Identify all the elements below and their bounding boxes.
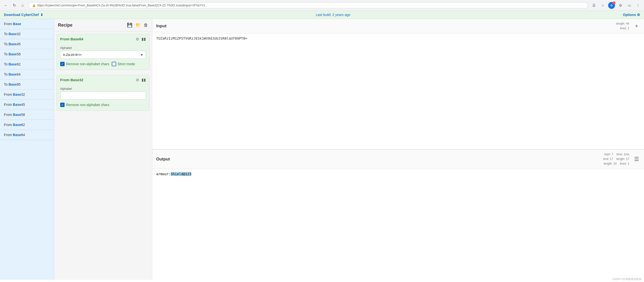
forward-button[interactable]: ↻ xyxy=(11,2,18,9)
input-meta: length: 44 lines: 1 xyxy=(616,21,629,31)
sidebar-item-bold: Base xyxy=(8,52,17,56)
alphabet-select-wrapper: A-Za-z0-9+/= ▼ xyxy=(60,51,146,59)
remove-nonalpha-box-2: ✓ xyxy=(60,103,64,107)
sidebar-item-to-base85[interactable]: To Base85 xyxy=(0,79,54,90)
sidebar-item-from-base45[interactable]: From Base45 xyxy=(0,100,54,110)
sidebar-item-bold: Base xyxy=(8,62,17,66)
input-text[interactable]: TUZaRzIzM1ZPSTVGRzJESk1WV0dJUUJSR0laUT09… xyxy=(152,34,644,149)
from-base64-title: From Base64 xyxy=(60,37,83,41)
length-label-out: length: xyxy=(616,157,625,161)
lines-value: 1 xyxy=(628,27,629,30)
sidebar-item-bold: Base xyxy=(13,92,21,96)
remove-nonalpha-box: ✓ xyxy=(60,62,64,66)
lines-label: lines: xyxy=(620,27,627,30)
remove-nonalpha-label-2: Remove non-alphabet chars xyxy=(66,103,109,107)
output-title: Output xyxy=(156,157,170,162)
address-bar[interactable]: 🔒 https://icyberchef.com/#recipe=From_Ba… xyxy=(28,2,588,9)
nav-buttons: ← ↻ ⌂ xyxy=(2,2,26,9)
recipe-actions: 💾 📁 🗑 xyxy=(127,22,148,28)
remove-nonalpha-checkbox[interactable]: ✓ Remove non-alphabet chars xyxy=(60,62,109,66)
op-controls-2: ⊘ ▮▮ xyxy=(136,78,146,82)
save-recipe-button[interactable]: 💾 xyxy=(127,22,132,28)
sidebar-item-from-base[interactable]: From Base xyxy=(0,19,54,29)
length2-label: length: xyxy=(604,162,612,165)
alphabet-field-group: Alphabet A-Za-z0-9+/= ▼ xyxy=(60,46,146,59)
reader-mode-button[interactable]: ☰ xyxy=(590,2,597,9)
sidebar-item-bold: Base xyxy=(8,82,17,86)
sidebar-item-to-base64[interactable]: To Base64 xyxy=(0,69,54,79)
split-view-button[interactable]: ▭ xyxy=(626,2,633,9)
bookmark-button[interactable]: ☆ xyxy=(599,2,606,9)
length-value: 44 xyxy=(626,22,629,25)
output-action-button[interactable]: ☰ xyxy=(633,156,640,163)
lock-icon: 🔒 xyxy=(32,4,36,7)
profile-button[interactable]: G 1 xyxy=(608,2,615,9)
disable-op-button-2[interactable]: ⊘ xyxy=(136,78,139,82)
browser-chrome: ← ↻ ⌂ 🔒 https://icyberchef.com/#recipe=F… xyxy=(0,0,644,11)
alphabet-input[interactable]: A-Z2-7= xyxy=(60,92,146,100)
alphabet-field-group-2: Alphabet A-Z2-7= xyxy=(60,87,146,100)
checkmark-icon-2: ✓ xyxy=(61,103,64,106)
strict-mode-checkbox[interactable]: Strict mode xyxy=(112,62,135,66)
sidebar-item-bold: Base xyxy=(13,113,21,117)
gear-icon: ⚙ xyxy=(637,13,640,17)
sidebar-item-from-base64[interactable]: From Base64 xyxy=(0,130,54,140)
output-prefix: armour: xyxy=(156,172,171,176)
recipe-panel: Recipe 💾 📁 🗑 From Base64 ⊘ ▮▮ Alphabet xyxy=(54,19,152,280)
app-bar: Download CyberChef ⬇ Last build: 2 years… xyxy=(0,11,644,19)
sidebar: From Base To Base32 To Base45 To Base58 … xyxy=(0,19,54,280)
strict-mode-box xyxy=(112,62,116,66)
start-value: 7 xyxy=(612,153,613,156)
browser-actions: ☰ ☆ G 1 ⚙ ▭ ⋮ xyxy=(590,2,642,9)
profile-badge: 1 xyxy=(612,2,616,5)
open-recipe-button[interactable]: 📁 xyxy=(135,22,141,28)
delete-recipe-button[interactable]: 🗑 xyxy=(144,23,148,28)
input-section: Input length: 44 lines: 1 + TUZaRzIzM1ZP… xyxy=(152,19,644,149)
output-highlighted[interactable]: Shield@123 xyxy=(171,172,191,176)
remove-nonalpha-label: Remove non-alphabet chars xyxy=(66,62,109,66)
op-controls: ⊘ ▮▮ xyxy=(136,37,146,41)
home-button[interactable]: ⌂ xyxy=(19,2,26,9)
add-input-button[interactable]: + xyxy=(633,23,640,30)
time-label: time: xyxy=(616,153,623,156)
sidebar-item-from-base32[interactable]: From Base32 xyxy=(0,90,54,100)
url-text: https://icyberchef.com/#recipe=From_Base… xyxy=(37,4,584,7)
right-panel: Input length: 44 lines: 1 + TUZaRzIzM1ZP… xyxy=(152,19,644,280)
end-label: end: xyxy=(603,157,609,161)
alphabet-select[interactable]: A-Za-z0-9+/= xyxy=(60,51,146,59)
sidebar-item-bold: Base xyxy=(13,123,21,127)
disable-op-button[interactable]: ⊘ xyxy=(136,37,139,41)
sidebar-item-bold: Base xyxy=(8,72,17,76)
menu-button[interactable]: ⋮ xyxy=(635,2,642,9)
back-button[interactable]: ← xyxy=(2,2,9,9)
end-value: 17 xyxy=(610,157,613,161)
alphabet-label: Alphabet xyxy=(60,46,146,50)
sidebar-item-to-base32[interactable]: To Base32 xyxy=(0,29,54,39)
options-button[interactable]: Options ⚙ xyxy=(623,13,640,17)
from-base64-card: From Base64 ⊘ ▮▮ Alphabet A-Za-z0-9+/= ▼ xyxy=(56,34,150,70)
lines-label-out: lines: xyxy=(620,162,627,165)
sidebar-item-to-base45[interactable]: To Base45 xyxy=(0,39,54,49)
sidebar-item-to-base62[interactable]: To Base62 xyxy=(0,59,54,69)
sidebar-item-bold: Base xyxy=(13,133,21,137)
download-label: Download CyberChef xyxy=(4,13,39,17)
pause-op-button-2[interactable]: ▮▮ xyxy=(142,78,146,82)
recipe-title: Recipe xyxy=(58,23,72,28)
download-button[interactable]: Download CyberChef ⬇ xyxy=(4,13,43,17)
build-info: Last build: 2 years ago xyxy=(316,13,350,17)
extensions-button[interactable]: ⚙ xyxy=(617,2,624,9)
time-value: 1ms xyxy=(624,153,629,156)
strict-mode-label: Strict mode xyxy=(118,62,135,66)
sidebar-item-bold: Base xyxy=(13,103,21,106)
checkbox-row: ✓ Remove non-alphabet chars Strict mode xyxy=(60,62,146,66)
sidebar-item-from-base62[interactable]: From Base62 xyxy=(0,120,54,130)
sidebar-item-bold: Base xyxy=(8,32,17,36)
output-header: Output start: 7 time: 1ms end: 17 length… xyxy=(152,150,644,169)
alphabet-label-2: Alphabet xyxy=(60,87,146,91)
pause-op-button[interactable]: ▮▮ xyxy=(142,37,146,41)
remove-nonalpha-checkbox-2[interactable]: ✓ Remove non-alphabet chars xyxy=(60,103,109,107)
sidebar-item-from-base58[interactable]: From Base58 xyxy=(0,110,54,120)
sidebar-item-to-base58[interactable]: To Base58 xyxy=(0,49,54,59)
output-text-area: armour:Shield@123 xyxy=(152,169,644,280)
recipe-header: Recipe 💾 📁 🗑 xyxy=(54,19,152,32)
